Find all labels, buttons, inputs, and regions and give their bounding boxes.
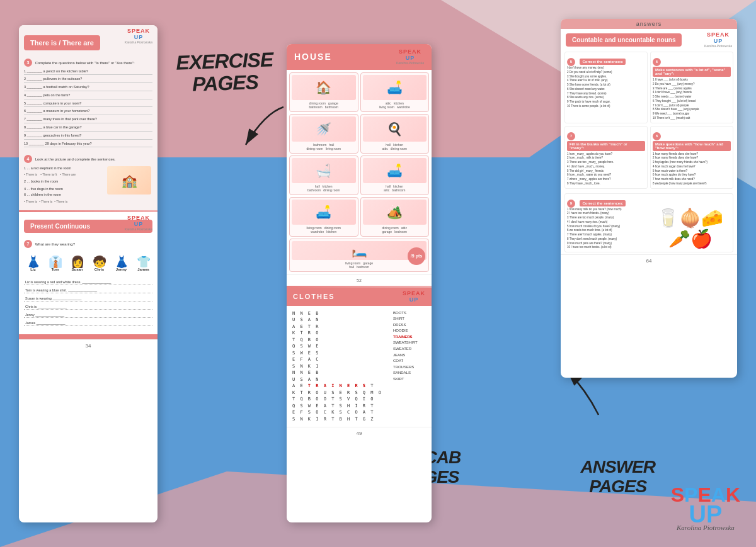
exercise4-image: 🏫 — [107, 166, 151, 195]
character-james: 👕 James — [137, 256, 151, 271]
big-speak-up-logo: SPEAK UP Karolina Piotrowska — [671, 485, 740, 531]
ex3-item-6: 6 ________ a museum in your hometown? — [24, 108, 152, 115]
ex7-content: 1 how _many_ apples do you have? 2 how _… — [567, 152, 645, 186]
exercise7-instruction: What are they wearing? — [35, 242, 75, 246]
sentence-tom: Tom is wearing a blue shirt. ___________… — [24, 287, 152, 293]
character-liz: 👗 Liz — [26, 256, 40, 271]
exercise7-number: 7 — [24, 240, 32, 248]
house-cell-1: 🏠 dining room garagebathroom bathroom — [289, 72, 358, 112]
exercise7-section: 7 What are they wearing? — [19, 237, 158, 254]
ex5-title: Correct the sentences: — [580, 59, 626, 65]
house-header: HOUSE SPEAK UP Karolina Piotrowska — [287, 44, 432, 70]
main-content: There is / There are SPEAK UP Karolina P… — [0, 0, 756, 547]
ex3-item-7: 7 ________ many trees in that park over … — [24, 116, 152, 123]
exercise4-number: 4 — [24, 155, 32, 163]
food-items-image: 🥛🧅🧀🥕🍎 — [650, 208, 731, 249]
answers-main-grid: 5 Correct the sentences: I don't have an… — [561, 49, 737, 191]
sentence-chris: Chris is _______________ — [24, 303, 152, 310]
there-is-header: There is / There are — [24, 35, 100, 50]
ex3-item-5: 5 ________ computers in your room? — [24, 101, 152, 108]
house-page-number: 52 — [287, 274, 432, 286]
exercise7-answers: 7 Fill in the blanks with "much" or "man… — [564, 126, 648, 189]
clothes-header: CLOTHES SPEAK UP — [287, 288, 432, 306]
middle-worksheet-card: HOUSE SPEAK UP Karolina Piotrowska 🏠 din… — [287, 44, 432, 522]
ex8-num: 8 — [653, 132, 661, 140]
right-worksheet-card: answers Countable and uncountable nouns … — [561, 19, 737, 378]
left-card-page-number: 34 — [19, 339, 158, 352]
word-list-section: BOOTS SHIRT DRESS HOODIE TRAINERS SWEATS… — [388, 308, 430, 426]
ex5-content: I don't have any money. (any) 2 Do you n… — [567, 66, 645, 109]
house-cell-3: 🚿 bathroom halldining room living room — [289, 114, 358, 154]
ex9-num: 9 — [567, 200, 575, 208]
exercise4-instruction: Look at the picture and complete the sen… — [35, 157, 116, 161]
exercise9-section: 9 Correct the sentences: 1 how many milk… — [561, 191, 737, 255]
house-cell-4: 🍳 hall kitchenattic dining room — [360, 114, 430, 154]
house-cell-8: 🏕️ dining room atticgarage bedroom — [360, 197, 430, 237]
exercise3-number: 3 — [24, 59, 32, 67]
middle-card-logo: SPEAK UP Karolina Piotrowska — [396, 49, 424, 65]
left-worksheet-card: There is / There are SPEAK UP Karolina P… — [19, 25, 158, 522]
answers-label: answers — [561, 19, 737, 29]
sentence-jenny: Jenny _______________ — [24, 312, 152, 318]
word-list: BOOTS SHIRT DRESS HOODIE TRAINERS SWEATS… — [388, 308, 430, 385]
countable-header: Countable and uncountable nouns — [566, 33, 682, 47]
ex9-title: Correct the sentences: — [580, 200, 626, 206]
ex3-item-9: 9 ________ geocaches in this forest? — [24, 133, 152, 140]
left-card-logo2: SPEAK UP Karolina Piotrowska — [125, 215, 152, 231]
house-title: HOUSE — [294, 52, 332, 62]
ex7-num: 7 — [567, 132, 575, 140]
characters-row: 👗 Liz 👔 Tom 👩 Susan 🧒 Chris 👗 Jen — [19, 254, 158, 274]
ex5-num: 5 — [567, 58, 575, 66]
exercise9-answers: 9 Correct the sentences: 1 how many milk… — [564, 193, 733, 253]
exercise8-answers: 8 Make questions with "how much" and "ho… — [650, 126, 733, 189]
ex3-item-10: 10 ________ 29 days in February this yea… — [24, 141, 152, 148]
clothes-title: CLOTHES — [293, 293, 335, 300]
ex6-num: 6 — [653, 58, 661, 66]
ex3-item-2: 2 ________ pullovers in the suitcase? — [24, 76, 152, 83]
sentence-susan: Susan is wearing _______________ — [24, 295, 152, 302]
right-card-logo: SPEAK UP Karolina Piotrowska — [704, 32, 732, 48]
exercise3-instruction: Complete the questions below with "Is th… — [35, 61, 135, 65]
character-chris: 🧒 Chris — [93, 256, 106, 271]
big-logo-author: Karolina Piotrowska — [671, 524, 740, 531]
clothes-page-number: 49 — [287, 427, 432, 439]
character-jenny: 👗 Jenny — [115, 256, 129, 271]
pts-badge: /9 pts — [408, 247, 425, 265]
left-card-logo: SPEAK UP Karolina Piotrowska — [125, 28, 152, 44]
exercise6-answers: 6 Make sentences with "a lot of", "some"… — [650, 52, 733, 123]
house-cell-6: 🛋️ hall kitchenattic bathroom — [360, 155, 430, 195]
ex3-item-1: 1 ________ a pencil on the kitchen table… — [24, 69, 152, 76]
house-cell-5: 🛁 hall kitchenbathroom dining room — [289, 155, 358, 195]
exercise5-answers: 5 Correct the sentences: I don't have an… — [564, 52, 648, 123]
sentence-james: James _______________ — [24, 320, 152, 326]
sentence-liz: Liz is wearing a red and white dress. __… — [24, 279, 152, 285]
exercise3-section: 3 Complete the questions below with "Is … — [19, 55, 158, 152]
sentence-lines-section: Liz is wearing a red and white dress. __… — [19, 274, 158, 331]
ex8-title: Make questions with "how much" and "how … — [653, 141, 731, 151]
left-card-footer-bar — [19, 334, 158, 339]
word-search-left: N N E B U S A N A E T R K T R O T Q B O … — [289, 308, 386, 426]
ex9-content-left: 1 how many milk do you have? (how much) … — [567, 208, 648, 251]
ex10-image-area: 🥛🧅🧀🥕🍎 — [650, 208, 731, 251]
exercise4-section: 4 Look at the picture and complete the s… — [19, 152, 158, 206]
character-tom: 👔 Tom — [49, 256, 62, 271]
ex3-item-3: 3 ________ a football match on Saturday? — [24, 84, 152, 91]
house-cell-2: 🛋️ attic kitchenliving room wardrobe — [360, 72, 430, 112]
right-card-page-number: 64 — [561, 254, 737, 267]
ex8-content: 1 how many friends does she have? 2 how … — [653, 152, 731, 186]
ex6-content: 1 I have ___ (a lot of) books 2 Do you h… — [653, 78, 731, 121]
character-susan: 👩 Susan — [71, 256, 84, 271]
word-search-grid: N N E B U S A N A E T R K T R O T Q B O … — [289, 308, 386, 426]
house-cell-7: 🛋️ living room dining roomwardrobe kitch… — [289, 197, 358, 237]
clothes-logo: SPEAK UP — [403, 291, 425, 303]
ex3-item-8: 8 ________ a blue car in the garage? — [24, 125, 152, 132]
ex6-title: Make sentences with "a lot of", "some" a… — [653, 67, 731, 77]
ex7-title: Fill in the blanks with "much" or "many"… — [567, 141, 645, 151]
ex3-item-4: 4 ________ pets on the farm? — [24, 93, 152, 99]
